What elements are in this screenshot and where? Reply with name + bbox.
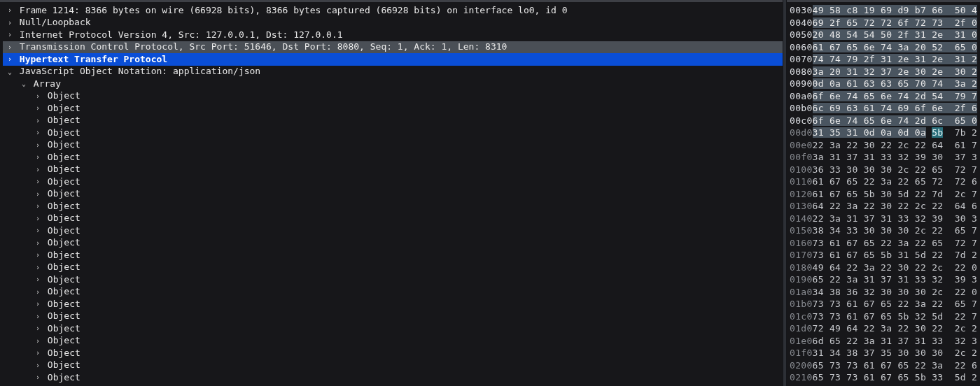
chevron-right-icon[interactable]: › bbox=[34, 152, 42, 162]
tree-row[interactable]: › Transmission Control Protocol, Src Por… bbox=[3, 41, 783, 54]
hex-row[interactable]: 005020 48 54 54 50 2f 31 2e 31 0 bbox=[790, 29, 977, 41]
chevron-right-icon[interactable]: › bbox=[34, 324, 42, 334]
chevron-right-icon[interactable]: › bbox=[34, 214, 42, 224]
packet-bytes-hex[interactable]: 003049 58 c8 19 69 d9 b7 66 50 4004069 2… bbox=[787, 2, 980, 386]
hex-row[interactable]: 00a06f 6e 74 65 6e 74 2d 54 79 7 bbox=[790, 90, 977, 103]
chevron-right-icon[interactable]: › bbox=[34, 177, 42, 187]
chevron-right-icon[interactable]: › bbox=[34, 116, 42, 126]
tree-row[interactable]: › Object bbox=[3, 90, 783, 103]
tree-row[interactable]: › Object bbox=[3, 164, 783, 176]
tree-row[interactable]: › Object bbox=[3, 347, 783, 359]
tree-row[interactable]: › Object bbox=[3, 273, 783, 286]
chevron-right-icon[interactable]: › bbox=[6, 43, 14, 52]
hex-row[interactable]: 01c073 73 61 67 65 5b 32 5d 22 7 bbox=[790, 310, 977, 323]
hex-row[interactable]: 017073 61 67 65 5b 31 5d 22 7d 2 bbox=[790, 249, 977, 262]
hex-row[interactable]: 00f03a 31 37 31 33 32 39 30 37 3 bbox=[790, 151, 977, 164]
hex-row[interactable]: 013064 22 3a 22 30 22 2c 22 64 6 bbox=[790, 200, 977, 213]
chevron-right-icon[interactable]: › bbox=[34, 373, 42, 383]
hex-row[interactable]: 00d031 35 31 0d 0a 0d 0a 5b 7b 2 bbox=[790, 127, 977, 139]
tree-row[interactable]: › Object bbox=[3, 213, 783, 225]
chevron-right-icon[interactable]: › bbox=[6, 30, 14, 40]
hex-row[interactable]: 016073 61 67 65 22 3a 22 65 72 7 bbox=[790, 237, 977, 250]
tree-row[interactable]: › Object bbox=[3, 322, 783, 335]
hex-row[interactable]: 01d072 49 64 22 3a 22 30 22 2c 2 bbox=[790, 322, 977, 335]
tree-row-label: Object bbox=[42, 224, 80, 237]
hex-bytes: 72 49 64 22 3a 22 30 22 2c 2 bbox=[813, 322, 978, 335]
tree-row[interactable]: › Object bbox=[3, 176, 783, 188]
hex-row[interactable]: 019065 22 3a 31 37 31 33 32 39 3 bbox=[790, 273, 977, 286]
chevron-right-icon[interactable]: › bbox=[34, 361, 42, 371]
hex-offset: 0060 bbox=[790, 41, 813, 54]
tree-row[interactable]: › Object bbox=[3, 371, 783, 384]
tree-row[interactable]: › Object bbox=[3, 188, 783, 201]
hex-row[interactable]: 015038 34 33 30 30 30 2c 22 65 7 bbox=[790, 224, 977, 237]
tree-row[interactable]: › Object bbox=[3, 139, 783, 152]
hex-row[interactable]: 004069 2f 65 72 72 6f 72 73 2f 0 bbox=[790, 17, 977, 29]
tree-row[interactable]: › Internet Protocol Version 4, Src: 127.… bbox=[3, 29, 783, 41]
tree-row[interactable]: › Object bbox=[3, 249, 783, 262]
hex-row[interactable]: 00c06f 6e 74 65 6e 74 2d 6c 65 0 bbox=[790, 115, 977, 127]
chevron-right-icon[interactable]: › bbox=[34, 165, 42, 175]
hex-row[interactable]: 021065 73 73 61 67 65 5b 33 5d 2 bbox=[790, 371, 977, 384]
hex-row[interactable]: 00e022 3a 22 30 22 2c 22 64 61 7 bbox=[790, 139, 977, 152]
tree-row[interactable]: › Object bbox=[3, 237, 783, 250]
tree-row[interactable]: › Object bbox=[3, 115, 783, 127]
hex-row[interactable]: 01a034 38 36 32 30 30 30 2c 22 0 bbox=[790, 286, 977, 299]
tree-row[interactable]: › Object bbox=[3, 127, 783, 139]
hex-row[interactable]: 01f031 34 38 37 35 30 30 30 2c 2 bbox=[790, 347, 977, 359]
chevron-right-icon[interactable]: › bbox=[34, 299, 42, 309]
packet-details-tree[interactable]: › Frame 1214: 8366 bytes on wire (66928 … bbox=[0, 2, 783, 386]
hex-row[interactable]: 00b06c 69 63 61 74 69 6f 6e 2f 6 bbox=[790, 102, 977, 115]
chevron-right-icon[interactable]: › bbox=[6, 6, 14, 15]
hex-row[interactable]: 006061 67 65 6e 74 3a 20 52 65 0 bbox=[790, 41, 977, 54]
hex-row[interactable]: 018049 64 22 3a 22 30 22 2c 22 0 bbox=[790, 262, 977, 274]
tree-row[interactable]: › Null/Loopback bbox=[3, 17, 783, 29]
chevron-right-icon[interactable]: › bbox=[34, 263, 42, 273]
hex-row[interactable]: 01e06d 65 22 3a 31 37 31 33 32 3 bbox=[790, 335, 977, 348]
tree-row[interactable]: › Frame 1214: 8366 bytes on wire (66928 … bbox=[3, 4, 783, 17]
chevron-right-icon[interactable]: › bbox=[34, 141, 42, 150]
chevron-right-icon[interactable]: › bbox=[34, 336, 42, 346]
chevron-right-icon[interactable]: › bbox=[34, 238, 42, 248]
hex-row[interactable]: 014022 3a 31 37 31 33 32 39 30 3 bbox=[790, 213, 977, 225]
tree-row[interactable]: ⌄ JavaScript Object Notation: applicatio… bbox=[3, 66, 783, 78]
chevron-right-icon[interactable]: › bbox=[6, 18, 14, 28]
hex-row[interactable]: 012061 67 65 5b 30 5d 22 7d 2c 7 bbox=[790, 188, 977, 201]
hex-row[interactable]: 00803a 20 31 32 37 2e 30 2e 30 2 bbox=[790, 66, 977, 78]
tree-row[interactable]: › Object bbox=[3, 359, 783, 372]
tree-row[interactable]: › Object bbox=[3, 151, 783, 164]
chevron-down-icon[interactable]: ⌄ bbox=[6, 67, 14, 77]
hex-row[interactable]: 022065 72 49 64 22 3a 22 30 22 2 bbox=[790, 384, 977, 387]
tree-row[interactable]: › Object bbox=[3, 200, 783, 213]
tree-row[interactable]: › Object bbox=[3, 310, 783, 323]
hex-row[interactable]: 007074 74 79 2f 31 2e 31 2e 31 2 bbox=[790, 53, 977, 66]
chevron-right-icon[interactable]: › bbox=[34, 250, 42, 260]
tree-row[interactable]: › Hypertext Transfer Protocol bbox=[3, 53, 783, 66]
chevron-right-icon[interactable]: › bbox=[34, 348, 42, 358]
tree-row[interactable]: › Object bbox=[3, 298, 783, 310]
chevron-right-icon[interactable]: › bbox=[34, 287, 42, 297]
tree-row[interactable]: › Object bbox=[3, 286, 783, 299]
hex-row[interactable]: 011061 67 65 22 3a 22 65 72 72 6 bbox=[790, 176, 977, 188]
hex-row[interactable]: 010036 33 30 30 30 2c 22 65 72 7 bbox=[790, 164, 977, 176]
chevron-right-icon[interactable]: › bbox=[34, 201, 42, 211]
chevron-right-icon[interactable]: › bbox=[34, 275, 42, 285]
chevron-right-icon[interactable]: › bbox=[34, 128, 42, 138]
tree-row[interactable]: › Object bbox=[3, 335, 783, 348]
chevron-right-icon[interactable]: › bbox=[34, 103, 42, 113]
chevron-right-icon[interactable]: › bbox=[6, 55, 14, 64]
hex-row[interactable]: 003049 58 c8 19 69 d9 b7 66 50 4 bbox=[790, 4, 977, 17]
hex-row[interactable]: 00900d 0a 61 63 63 65 70 74 3a 2 bbox=[790, 78, 977, 90]
chevron-right-icon[interactable]: › bbox=[34, 190, 42, 199]
tree-row[interactable]: › Object bbox=[3, 102, 783, 115]
chevron-down-icon[interactable]: ⌄ bbox=[20, 79, 28, 89]
tree-row[interactable]: › Object bbox=[3, 262, 783, 274]
chevron-right-icon[interactable]: › bbox=[34, 226, 42, 236]
hex-row[interactable]: 01b073 73 61 67 65 22 3a 22 65 7 bbox=[790, 298, 977, 310]
hex-row[interactable]: 020065 73 73 61 67 65 22 3a 22 6 bbox=[790, 359, 977, 372]
tree-row-label: Object bbox=[42, 114, 80, 127]
chevron-right-icon[interactable]: › bbox=[34, 92, 42, 101]
tree-row[interactable]: › Object bbox=[3, 224, 783, 237]
tree-row[interactable]: ⌄ Array bbox=[3, 78, 783, 90]
chevron-right-icon[interactable]: › bbox=[34, 312, 42, 322]
